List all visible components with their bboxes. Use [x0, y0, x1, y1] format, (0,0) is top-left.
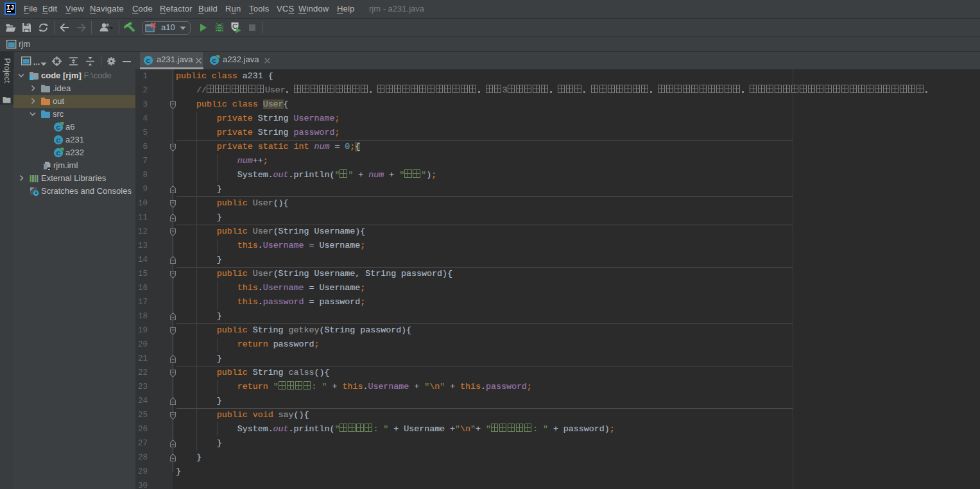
svg-text:C: C: [146, 57, 151, 64]
svg-text:C: C: [56, 137, 61, 144]
svg-text:C: C: [56, 150, 61, 157]
svg-text:C: C: [56, 124, 61, 131]
svg-text:C: C: [212, 57, 217, 64]
